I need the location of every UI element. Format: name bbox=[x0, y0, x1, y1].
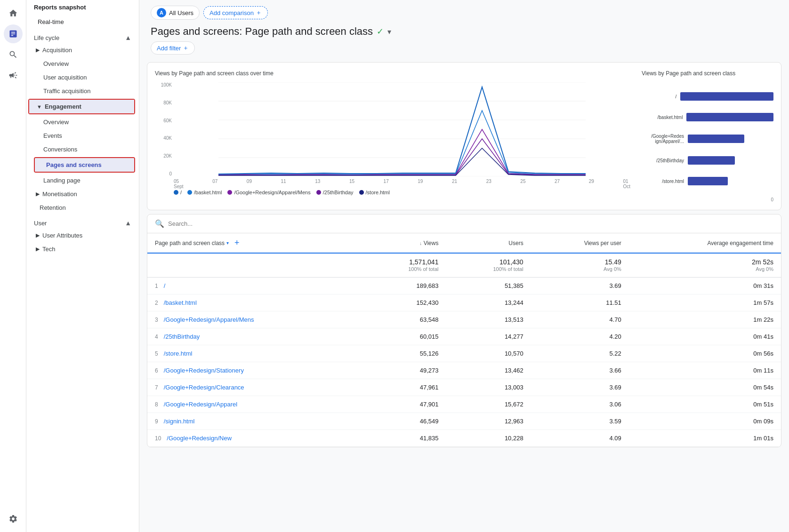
cell-path-num[interactable]: 8/Google+Redesign/Apparel bbox=[147, 396, 361, 413]
sidebar-item-user-acquisition[interactable]: User acquisition bbox=[32, 71, 135, 84]
cell-aet: 0m 11s bbox=[629, 362, 781, 379]
legend-item-apparel: /Google+Redesign/Apparel/Mens bbox=[227, 190, 310, 195]
col-header-avg-engagement[interactable]: Average engagement time bbox=[629, 233, 781, 253]
add-comparison-button[interactable]: Add comparison ＋ bbox=[203, 6, 268, 19]
main-content: A All Users Add comparison ＋ Pages and s… bbox=[139, 0, 789, 532]
page-header: Pages and screens: Page path and screen … bbox=[139, 25, 789, 58]
all-users-chip[interactable]: A All Users bbox=[151, 6, 200, 20]
sidebar-item-reports-snapshot[interactable]: Reports snapshot bbox=[26, 0, 139, 15]
bar-label-2: /basket.html bbox=[642, 115, 683, 120]
cell-aet: 0m 51s bbox=[629, 396, 781, 413]
bar-row-3: /Google+Redesign/Apparel/... bbox=[642, 134, 773, 144]
page-title: Pages and screens: Page path and screen … bbox=[151, 25, 373, 38]
cell-path-num[interactable]: 6/Google+Redesign/Stationery bbox=[147, 362, 361, 379]
line-chart-svg bbox=[174, 82, 630, 176]
cell-views: 47,961 bbox=[361, 379, 446, 396]
cell-aet: 1m 01s bbox=[629, 430, 781, 447]
cell-vpu: 4.20 bbox=[531, 328, 629, 345]
legend-item-birthday: /25thBirthday bbox=[316, 190, 354, 195]
totals-label bbox=[147, 253, 361, 278]
monetisation-group[interactable]: ▶ Monetisation bbox=[26, 187, 139, 201]
cell-path-num[interactable]: 3/Google+Redesign/Apparel/Mens bbox=[147, 311, 361, 328]
sidebar-item-engagement-overview[interactable]: Overview bbox=[32, 115, 135, 129]
cell-aet: 1m 22s bbox=[629, 311, 781, 328]
cell-views: 152,430 bbox=[361, 294, 446, 311]
cell-users: 13,513 bbox=[446, 311, 531, 328]
table-row: 4/25thBirthday60,01514,2774.200m 41s bbox=[147, 328, 781, 345]
tech-group[interactable]: ▶ Tech bbox=[26, 242, 139, 256]
cell-users: 13,462 bbox=[446, 362, 531, 379]
bar-row-4: /25thBirthday bbox=[642, 156, 773, 165]
table-row: 6/Google+Redesign/Stationery49,27313,462… bbox=[147, 362, 781, 379]
cell-aet: 0m 54s bbox=[629, 379, 781, 396]
sidebar-item-conversions[interactable]: Conversions bbox=[32, 143, 135, 156]
cell-path-num[interactable]: 1/ bbox=[147, 278, 361, 294]
top-bar: A All Users Add comparison ＋ bbox=[139, 0, 789, 25]
bar-label-5: /store.html bbox=[642, 179, 684, 184]
col-header-views[interactable]: ↓ Views bbox=[361, 233, 446, 253]
acquisition-group[interactable]: ▶ Acquisition bbox=[26, 43, 139, 57]
cell-path-num[interactable]: 10/Google+Redesign/New bbox=[147, 430, 361, 447]
cell-vpu: 11.51 bbox=[531, 294, 629, 311]
sidebar-item-landing-page[interactable]: Landing page bbox=[32, 174, 135, 187]
sidebar-item-pages-screens[interactable]: Pages and screens bbox=[35, 158, 134, 172]
bar-fill-5 bbox=[688, 177, 728, 185]
cell-aet: 0m 31s bbox=[629, 278, 781, 294]
search-bar: 🔍 bbox=[147, 214, 781, 233]
add-column-button[interactable]: + bbox=[231, 238, 243, 248]
sidebar-item-overview[interactable]: Overview bbox=[32, 57, 135, 71]
home-icon[interactable] bbox=[4, 4, 23, 23]
bar-chart-container: Views by Page path and screen class / /b… bbox=[642, 70, 773, 202]
cell-vpu: 3.66 bbox=[531, 362, 629, 379]
cell-path-num[interactable]: 7/Google+Redesign/Clearance bbox=[147, 379, 361, 396]
table-row: 7/Google+Redesign/Clearance47,96113,0033… bbox=[147, 379, 781, 396]
analytics-icon[interactable] bbox=[4, 24, 23, 43]
cell-path-num[interactable]: 9/signin.html bbox=[147, 413, 361, 430]
cell-path-num[interactable]: 2/basket.html bbox=[147, 294, 361, 311]
sidebar-item-realtime[interactable]: Real-time bbox=[26, 15, 139, 29]
search-icon[interactable] bbox=[4, 45, 23, 64]
sidebar-item-events[interactable]: Events bbox=[32, 129, 135, 143]
user-category: User ▲ bbox=[26, 214, 139, 229]
cell-aet: 0m 09s bbox=[629, 413, 781, 430]
megaphone-icon[interactable] bbox=[4, 66, 23, 85]
totals-vpu: 15.49 Avg 0% bbox=[531, 253, 629, 278]
data-table: Page path and screen class ▾ + ↓ Views U… bbox=[147, 233, 781, 447]
totals-row: 1,571,041 100% of total 101,430 100% of … bbox=[147, 253, 781, 278]
legend-label-birthday: /25thBirthday bbox=[323, 190, 354, 195]
legend-dot-store bbox=[359, 190, 364, 195]
cell-path-num[interactable]: 4/25thBirthday bbox=[147, 328, 361, 345]
cell-vpu: 3.69 bbox=[531, 278, 629, 294]
cell-vpu: 3.59 bbox=[531, 413, 629, 430]
add-filter-button[interactable]: Add filter ＋ bbox=[151, 41, 195, 55]
chart-section: Views by Page path and screen class over… bbox=[147, 62, 781, 210]
legend-item-store: /store.html bbox=[359, 190, 390, 195]
user-badge: A bbox=[157, 8, 166, 17]
totals-views: 1,571,041 100% of total bbox=[361, 253, 446, 278]
search-input[interactable] bbox=[168, 220, 773, 227]
cell-path-num[interactable]: 5/store.html bbox=[147, 345, 361, 362]
line-chart-title: Views by Page path and screen class over… bbox=[155, 70, 630, 77]
settings-icon[interactable] bbox=[4, 509, 23, 528]
sidebar-item-traffic-acquisition[interactable]: Traffic acquisition bbox=[32, 84, 135, 98]
table-header-row: Page path and screen class ▾ + ↓ Views U… bbox=[147, 233, 781, 253]
cell-vpu: 3.06 bbox=[531, 396, 629, 413]
bar-row-5: /store.html bbox=[642, 177, 773, 185]
cell-aet: 0m 41s bbox=[629, 328, 781, 345]
cell-users: 10,570 bbox=[446, 345, 531, 362]
col-header-views-per-user[interactable]: Views per user bbox=[531, 233, 629, 253]
cell-views: 189,683 bbox=[361, 278, 446, 294]
engagement-group[interactable]: ▼ Engagement bbox=[29, 100, 134, 113]
cell-aet: 0m 56s bbox=[629, 345, 781, 362]
bar-row-1: / bbox=[642, 92, 773, 101]
legend-dot-basket bbox=[187, 190, 192, 195]
cell-aet: 1m 57s bbox=[629, 294, 781, 311]
user-attributes-group[interactable]: ▶ User Attributes bbox=[26, 229, 139, 242]
cell-vpu: 4.70 bbox=[531, 311, 629, 328]
col-header-path[interactable]: Page path and screen class ▾ + bbox=[147, 233, 361, 253]
page-title-row: Pages and screens: Page path and screen … bbox=[151, 25, 778, 38]
col-header-users[interactable]: Users bbox=[446, 233, 531, 253]
sidebar-item-retention[interactable]: Retention bbox=[26, 201, 135, 214]
dropdown-arrow-icon[interactable]: ▾ bbox=[387, 27, 391, 36]
bar-fill-4 bbox=[688, 156, 735, 165]
